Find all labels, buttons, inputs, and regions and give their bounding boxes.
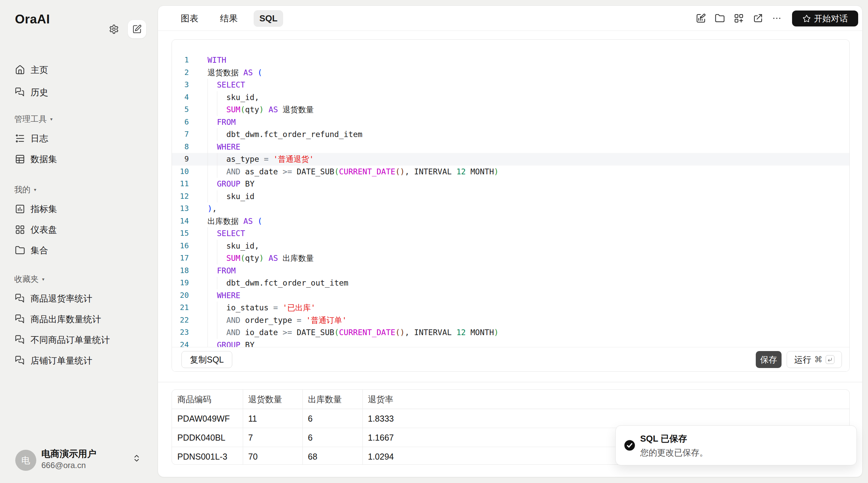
app-root: OraAI 主页历史 管理工具▾日志数据集 我的▾指标集仪表盘集合 收藏夹▾商品… [0, 0, 868, 483]
indent-guide [208, 116, 217, 129]
indent-guide [217, 128, 226, 141]
section-label: 我的 [14, 184, 31, 195]
indent-guide [208, 91, 217, 104]
indent-guide [217, 103, 226, 116]
indent-guide [217, 252, 226, 265]
sidebar-item-metric-sets[interactable]: 指标集 [15, 201, 158, 216]
line-number: 7 [172, 128, 189, 141]
start-chat-label: 开始对话 [814, 13, 848, 24]
code-line: 9as_type = '普通退货' [172, 153, 849, 166]
sidebar-item-outbound-qty-stats[interactable]: 商品出库数量统计 [15, 312, 158, 327]
sidebar: OraAI 主页历史 管理工具▾日志数据集 我的▾指标集仪表盘集合 收藏夹▾商品… [0, 0, 158, 483]
messages-icon [15, 335, 25, 345]
column-header: 退货率 [362, 390, 849, 409]
indent-guide [208, 277, 217, 289]
copy-sql-button[interactable]: 复制SQL [181, 351, 232, 368]
messages-icon [15, 355, 25, 366]
tab-chart[interactable]: 图表 [175, 9, 204, 27]
grid-plus-icon [734, 13, 744, 23]
ellipsis-icon [772, 13, 782, 23]
code-text: SUM(qty) AS 出库数量 [208, 252, 314, 265]
sidebar-item-label: 主页 [31, 64, 48, 76]
section-header-favorites[interactable]: 收藏夹▾ [14, 274, 158, 284]
section-header-mine[interactable]: 我的▾ [14, 185, 158, 195]
table-cell: 68 [302, 447, 362, 465]
table-icon [15, 154, 25, 164]
code-text: WITH [208, 54, 226, 66]
code-text: WHERE [208, 289, 240, 302]
more-button[interactable] [771, 13, 783, 24]
chart-pencil-icon [696, 13, 706, 23]
save-button[interactable]: 保存 [756, 351, 782, 368]
column-header: 商品编码 [172, 390, 243, 409]
indent-guide [208, 302, 217, 314]
sidebar-item-collections[interactable]: 集合 [15, 243, 158, 258]
line-number: 5 [172, 103, 189, 116]
code-text: dbt_dwm.fct_order_out_item [208, 277, 348, 289]
start-chat-button[interactable]: 开始对话 [792, 11, 858, 26]
sidebar-item-dashboards[interactable]: 仪表盘 [15, 222, 158, 237]
column-divider [243, 390, 243, 464]
code-text: AND as_date >= DATE_SUB(CURRENT_DATE(), … [208, 166, 499, 178]
line-number: 10 [172, 166, 189, 178]
user-menu[interactable]: 电 电商演示用户 666@ora.cn [0, 444, 158, 478]
line-number: 1 [172, 54, 189, 66]
sql-editor[interactable]: 1WITH2退货数据 AS (3SELECT4sku_id,5SUM(qty) … [172, 39, 850, 372]
code-text: as_type = '普通退货' [208, 153, 314, 166]
tab-result[interactable]: 结果 [214, 9, 243, 27]
toast-message: 您的更改已保存。 [640, 447, 708, 458]
sidebar-item-history[interactable]: 历史 [15, 85, 158, 100]
code-text: ), [208, 202, 217, 215]
code-text: 退货数据 AS ( [208, 66, 262, 79]
line-number: 18 [172, 265, 189, 277]
indent-guide [217, 240, 226, 252]
indent-guide [217, 153, 226, 166]
code-text: SELECT [208, 227, 245, 240]
sidebar-item-datasets[interactable]: 数据集 [15, 152, 158, 167]
indent-guide [208, 153, 217, 166]
sidebar-item-label: 商品退货率统计 [31, 293, 92, 305]
run-button[interactable]: 运行 ⌘ [787, 351, 842, 368]
code-line: 20WHERE [172, 289, 849, 302]
layout-grid-icon [15, 225, 25, 235]
table-cell: 70 [243, 447, 302, 465]
add-to-dashboard-button[interactable] [733, 13, 745, 24]
new-chat-button[interactable] [128, 20, 146, 38]
section-header-admin-tools[interactable]: 管理工具▾ [14, 114, 158, 124]
sidebar-item-shop-order-stats[interactable]: 店铺订单量统计 [15, 353, 158, 368]
indent-guide [208, 128, 217, 141]
line-number: 17 [172, 252, 189, 265]
sidebar-section-favorites: 收藏夹▾商品退货率统计商品出库数量统计不同商品订单量统计店铺订单量统计 [0, 274, 158, 374]
save-to-collection-button[interactable] [714, 13, 726, 24]
sidebar-section-mine: 我的▾指标集仪表盘集合 [0, 185, 158, 264]
table-cell: 11 [243, 409, 302, 428]
list-icon [15, 133, 25, 143]
star-icon [803, 15, 811, 23]
settings-button[interactable] [106, 22, 121, 37]
line-number: 14 [172, 215, 189, 228]
code-line: 13), [172, 202, 849, 215]
code-line: 12sku_id [172, 190, 849, 203]
code-area[interactable]: 1WITH2退货数据 AS (3SELECT4sku_id,5SUM(qty) … [172, 40, 849, 348]
edit-chart-button[interactable] [695, 13, 707, 24]
sidebar-item-label: 店铺订单量统计 [31, 355, 92, 367]
indent-guide [217, 91, 226, 104]
code-text: GROUP BY [208, 178, 254, 190]
section-label: 收藏夹 [14, 274, 39, 285]
column-divider [362, 390, 363, 464]
sidebar-item-label: 日志 [31, 133, 48, 144]
indent-guide [217, 302, 226, 314]
table-cell: PDDK040BL [172, 428, 243, 447]
sidebar-section-admin-tools: 管理工具▾日志数据集 [0, 114, 158, 172]
caret-down-icon: ▾ [34, 187, 36, 192]
sidebar-item-home[interactable]: 主页 [15, 62, 158, 77]
share-button[interactable] [752, 13, 764, 24]
sidebar-item-refund-rate-stats[interactable]: 商品退货率统计 [15, 291, 158, 306]
indent-guide [208, 240, 217, 252]
indent-guide [208, 314, 217, 327]
tab-sql[interactable]: SQL [254, 10, 283, 27]
sidebar-item-logs[interactable]: 日志 [15, 131, 158, 146]
table-cell: PDAW049WF [172, 409, 243, 428]
line-number: 19 [172, 277, 189, 289]
sidebar-item-product-order-stats[interactable]: 不同商品订单量统计 [15, 332, 158, 347]
